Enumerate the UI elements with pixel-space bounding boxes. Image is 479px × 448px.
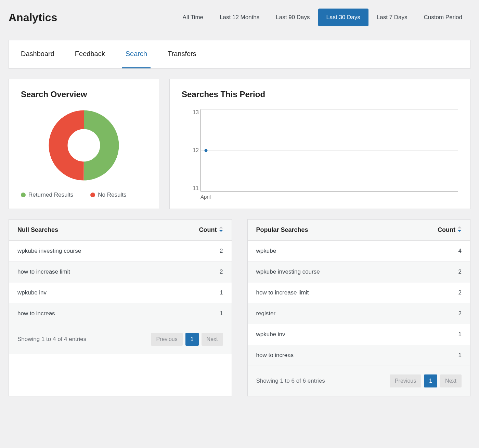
next-button[interactable]: Next: [202, 333, 223, 346]
search-count: 2: [220, 248, 223, 254]
previous-button[interactable]: Previous: [151, 333, 182, 346]
search-term: how to increase limit: [17, 268, 70, 275]
tab-transfers[interactable]: Transfers: [164, 40, 200, 68]
period-last-12-months[interactable]: Last 12 Months: [211, 9, 268, 26]
line-chart: 13 12 11 April: [185, 109, 458, 198]
period-last-30-days[interactable]: Last 30 Days: [318, 9, 368, 26]
period-all-time[interactable]: All Time: [174, 9, 211, 26]
donut-legend: Returned ResultsNo Results: [21, 192, 147, 198]
sort-icon: [219, 226, 223, 234]
legend-label: Returned Results: [28, 192, 73, 198]
tab-search[interactable]: Search: [122, 40, 151, 68]
content-tabs: DashboardFeedbackSearchTransfers: [9, 40, 470, 69]
period-last-90-days[interactable]: Last 90 Days: [268, 9, 318, 26]
search-overview-title: Search Overview: [21, 90, 147, 99]
page-1-button[interactable]: 1: [185, 333, 199, 346]
y-tick: 11: [185, 185, 199, 192]
svg-marker-2: [219, 226, 223, 228]
pager: Previous 1 Next: [151, 333, 223, 346]
search-term: how to increas: [256, 352, 294, 359]
tab-dashboard[interactable]: Dashboard: [17, 40, 58, 68]
tab-feedback[interactable]: Feedback: [72, 40, 108, 68]
legend-item: No Results: [90, 192, 126, 198]
legend-dot: [21, 193, 26, 197]
pager: Previous 1 Next: [390, 374, 462, 387]
period-nav: All TimeLast 12 MonthsLast 90 DaysLast 3…: [174, 9, 470, 26]
data-point: [205, 149, 208, 152]
count-header[interactable]: Count: [438, 226, 462, 234]
y-tick: 13: [185, 109, 199, 116]
period-last-7-days[interactable]: Last 7 Days: [368, 9, 416, 26]
search-count: 2: [458, 310, 462, 317]
search-count: 2: [458, 268, 462, 275]
null-searches-table: Null Searches Count wpkube investing cou…: [9, 219, 232, 396]
searches-period-card: Searches This Period 13 12 11 April: [169, 79, 470, 209]
null-searches-title: Null Searches: [17, 226, 58, 234]
search-term: wpkube inv: [17, 289, 47, 296]
legend-label: No Results: [98, 192, 126, 198]
search-term: how to increas: [17, 310, 55, 317]
search-term: wpkube inv: [256, 331, 285, 338]
search-count: 1: [458, 352, 462, 359]
search-count: 2: [220, 268, 223, 275]
table-row: how to increas1: [248, 345, 470, 366]
search-term: wpkube investing course: [256, 268, 320, 275]
search-count: 2: [458, 289, 462, 296]
page-title: Analytics: [9, 11, 57, 24]
sort-icon: [457, 226, 462, 234]
search-term: wpkube investing course: [17, 248, 81, 254]
table-row: wpkube4: [248, 241, 470, 262]
entries-text: Showing 1 to 6 of 6 entries: [256, 378, 325, 384]
popular-searches-title: Popular Searches: [256, 226, 308, 234]
legend-dot: [90, 193, 95, 197]
search-count: 1: [220, 289, 223, 296]
search-count: 1: [220, 310, 223, 317]
table-row: wpkube inv1: [9, 282, 232, 303]
x-label: April: [200, 194, 211, 200]
search-count: 4: [458, 248, 462, 254]
count-header[interactable]: Count: [199, 226, 223, 234]
table-row: wpkube inv1: [248, 324, 470, 345]
entries-text: Showing 1 to 4 of 4 entries: [17, 336, 86, 343]
donut-chart: [21, 109, 147, 181]
search-term: register: [256, 310, 276, 317]
search-overview-card: Search Overview Returned ResultsNo Resul…: [9, 79, 159, 209]
svg-marker-4: [457, 226, 461, 228]
page-1-button[interactable]: 1: [424, 374, 437, 387]
table-row: how to increas1: [9, 303, 232, 324]
legend-item: Returned Results: [21, 192, 73, 198]
table-row: register2: [248, 303, 470, 324]
search-term: how to increase limit: [256, 289, 309, 296]
search-count: 1: [458, 331, 462, 338]
popular-searches-table: Popular Searches Count wpkube4wpkube inv…: [247, 219, 471, 396]
count-label: Count: [438, 226, 455, 234]
table-row: how to increase limit2: [248, 282, 470, 303]
searches-period-title: Searches This Period: [182, 90, 458, 99]
table-row: wpkube investing course2: [9, 241, 232, 262]
y-tick: 12: [185, 147, 199, 154]
search-term: wpkube: [256, 248, 276, 254]
previous-button[interactable]: Previous: [390, 374, 421, 387]
count-label: Count: [199, 226, 217, 234]
svg-marker-5: [457, 230, 461, 232]
period-custom-period[interactable]: Custom Period: [416, 9, 470, 26]
table-row: wpkube investing course2: [248, 262, 470, 282]
table-row: how to increase limit2: [9, 262, 232, 282]
next-button[interactable]: Next: [440, 374, 462, 387]
svg-marker-3: [219, 230, 223, 232]
